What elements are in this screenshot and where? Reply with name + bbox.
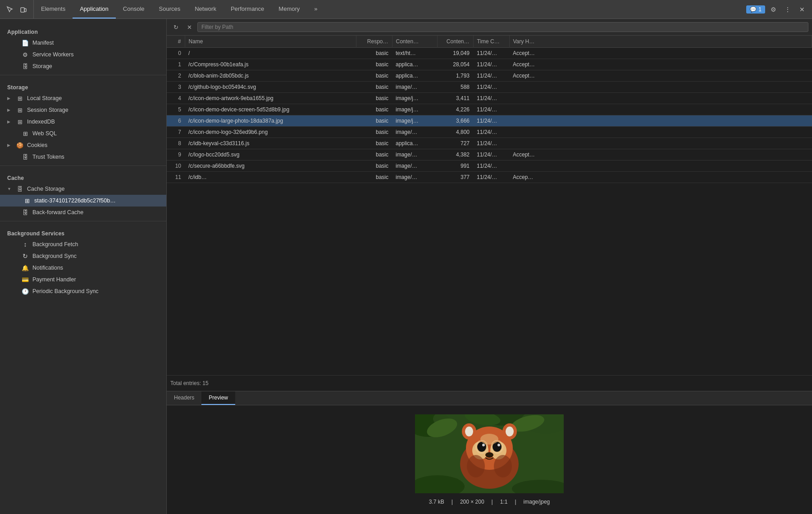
sidebar-item-indexeddb[interactable]: ▶ ⊞ IndexedDB	[0, 116, 166, 128]
table-cell: 10	[167, 161, 185, 172]
tab-performance[interactable]: Performance	[224, 0, 271, 18]
settings-icon[interactable]: ⚙	[767, 3, 780, 16]
col-header-time-c: Time C…	[473, 36, 509, 48]
table-cell: /c/blob-anim-2db05bdc.js	[185, 70, 356, 82]
svg-point-19	[497, 444, 500, 446]
table-cell: /c/icon-demo-large-photo-18da387a.jpg	[185, 115, 356, 127]
sidebar-item-manifest[interactable]: 📄 Manifest	[0, 37, 166, 49]
table-cell: 28,054	[437, 59, 473, 70]
table-cell: basic	[356, 149, 392, 161]
preview-dimensions: 200 × 200	[460, 499, 484, 505]
table-cell: image/j…	[392, 93, 437, 104]
more-options-icon[interactable]: ⋮	[781, 3, 794, 16]
sidebar-item-background-fetch[interactable]: ↕ Background Fetch	[0, 239, 166, 250]
toolbar-left-icons	[0, 0, 34, 18]
table-row[interactable]: 8/c/idb-keyval-c33d3116.jsbasicapplica…7…	[167, 138, 812, 149]
close-icon[interactable]: ✕	[796, 3, 808, 16]
svg-point-29	[494, 455, 512, 477]
sidebar-item-notifications[interactable]: 🔔 Notifications	[0, 262, 166, 274]
table-row[interactable]: 6/c/icon-demo-large-photo-18da387a.jpgba…	[167, 115, 812, 127]
table-cell: Accep…	[509, 172, 812, 183]
expand-arrow-cookies: ▶	[7, 143, 13, 147]
storage-section-header: Storage	[0, 78, 166, 92]
tab-headers[interactable]: Headers	[167, 391, 201, 405]
sidebar-item-service-workers[interactable]: ⚙ Service Workers	[0, 49, 166, 60]
table-cell: 2	[167, 70, 185, 82]
tab-application[interactable]: Application	[73, 0, 116, 18]
preview-panel: Headers Preview	[167, 391, 812, 514]
tab-console[interactable]: Console	[116, 0, 152, 18]
col-header-vary-h: Vary H…	[509, 36, 812, 48]
table-row[interactable]: 9/c/logo-bcc20dd5.svgbasicimage/…4,38211…	[167, 149, 812, 161]
sidebar-item-local-storage[interactable]: ▶ ⊞ Local Storage	[0, 92, 166, 104]
preview-image	[415, 414, 564, 493]
tab-memory[interactable]: Memory	[271, 0, 307, 18]
table-cell: basic	[356, 104, 392, 115]
sidebar-item-session-storage[interactable]: ▶ ⊞ Session Storage	[0, 104, 166, 116]
toolbar-right: 💬 1 ⚙ ⋮ ✕	[743, 3, 812, 16]
trust-tokens-icon: 🗄	[22, 153, 29, 161]
table-cell: image/…	[392, 127, 437, 138]
table-cell: Accept…	[509, 149, 812, 161]
refresh-button[interactable]: ↻	[170, 22, 181, 32]
cache-storage-icon: 🗄	[16, 185, 23, 193]
table-cell: 9	[167, 149, 185, 161]
table-cell: /c/icon-demo-logo-326ed9b6.png	[185, 127, 356, 138]
table-cell	[509, 104, 812, 115]
tab-preview[interactable]: Preview	[201, 391, 235, 405]
expand-arrow-session: ▶	[7, 108, 13, 112]
tab-network[interactable]: Network	[187, 0, 224, 18]
tab-sources[interactable]: Sources	[152, 0, 188, 18]
notifications-label: Notifications	[32, 265, 63, 271]
sidebar-item-cache-storage[interactable]: ▼ 🗄 Cache Storage	[0, 183, 166, 195]
divider-v3: |	[515, 499, 516, 505]
sidebar-item-payment-handler[interactable]: 💳 Payment Handler	[0, 274, 166, 285]
table-row[interactable]: 2/c/blob-anim-2db05bdc.jsbasicapplica…1,…	[167, 70, 812, 82]
table-row[interactable]: 1/c/Compress-00b1eafa.jsbasicapplica…28,…	[167, 59, 812, 70]
periodic-bg-sync-label: Periodic Background Sync	[32, 288, 99, 294]
sidebar-item-websql[interactable]: ⊞ Web SQL	[0, 128, 166, 139]
storage-icon: 🗄	[22, 63, 29, 70]
table-row[interactable]: 10/c/secure-a66bbdfe.svgbasicimage/…9911…	[167, 161, 812, 172]
tab-elements[interactable]: Elements	[34, 0, 73, 18]
table-cell: basic	[356, 161, 392, 172]
table-cell: 588	[437, 82, 473, 93]
table-cell: 3,411	[437, 93, 473, 104]
table-row[interactable]: 4/c/icon-demo-artwork-9eba1655.jpgbasici…	[167, 93, 812, 104]
device-toggle-icon[interactable]	[17, 3, 30, 16]
tab-more[interactable]: »	[307, 0, 324, 18]
table-cell: 4	[167, 93, 185, 104]
select-element-icon[interactable]	[4, 3, 16, 16]
sidebar-item-storage-app[interactable]: 🗄 Storage	[0, 60, 166, 72]
preview-info: 3.7 kB | 200 × 200 | 1:1 | image/jpeg	[429, 499, 550, 505]
table-cell: 727	[437, 138, 473, 149]
sidebar-item-background-sync[interactable]: ↻ Background Sync	[0, 250, 166, 262]
sidebar-item-back-forward-cache[interactable]: 🗄 Back-forward Cache	[0, 207, 166, 218]
table-cell: 11/24/…	[473, 138, 509, 149]
filter-input[interactable]	[197, 22, 808, 32]
console-badge-button[interactable]: 💬 1	[746, 5, 765, 14]
table-row[interactable]: 11/c/idb…basicimage/…37711/24/…Accep…	[167, 172, 812, 183]
clear-button[interactable]: ✕	[184, 22, 195, 32]
svg-rect-0	[21, 8, 24, 12]
table-cell: image/j…	[392, 104, 437, 115]
cache-section-header: Cache	[0, 169, 166, 183]
table-row[interactable]: 7/c/icon-demo-logo-326ed9b6.pngbasicimag…	[167, 127, 812, 138]
table-cell: 991	[437, 161, 473, 172]
table-cell: 7	[167, 127, 185, 138]
table-cell: basic	[356, 82, 392, 93]
sidebar-item-periodic-bg-sync[interactable]: 🕐 Periodic Background Sync	[0, 285, 166, 297]
preview-filesize: 3.7 kB	[429, 499, 444, 505]
table-cell: 4,382	[437, 149, 473, 161]
table-cell: basic	[356, 115, 392, 127]
table-row[interactable]: 5/c/icon-demo-device-screen-5d52d8b9.jpg…	[167, 104, 812, 115]
sidebar-item-trust-tokens[interactable]: 🗄 Trust Tokens	[0, 151, 166, 163]
sidebar-item-cache-storage-sub[interactable]: ⊞ static-3741017226db5c27f50b…	[0, 195, 166, 207]
table-cell: /	[185, 48, 356, 59]
divider-v1: |	[452, 499, 453, 505]
table-row[interactable]: 3/c/github-logo-bc05494c.svgbasicimage/……	[167, 82, 812, 93]
cache-storage-label: Cache Storage	[27, 186, 64, 192]
sidebar-item-cookies[interactable]: ▶ 🍪 Cookies	[0, 139, 166, 151]
table-row[interactable]: 0/basictext/ht…19,04911/24/…Accept…	[167, 48, 812, 59]
table-cell: 1,793	[437, 70, 473, 82]
